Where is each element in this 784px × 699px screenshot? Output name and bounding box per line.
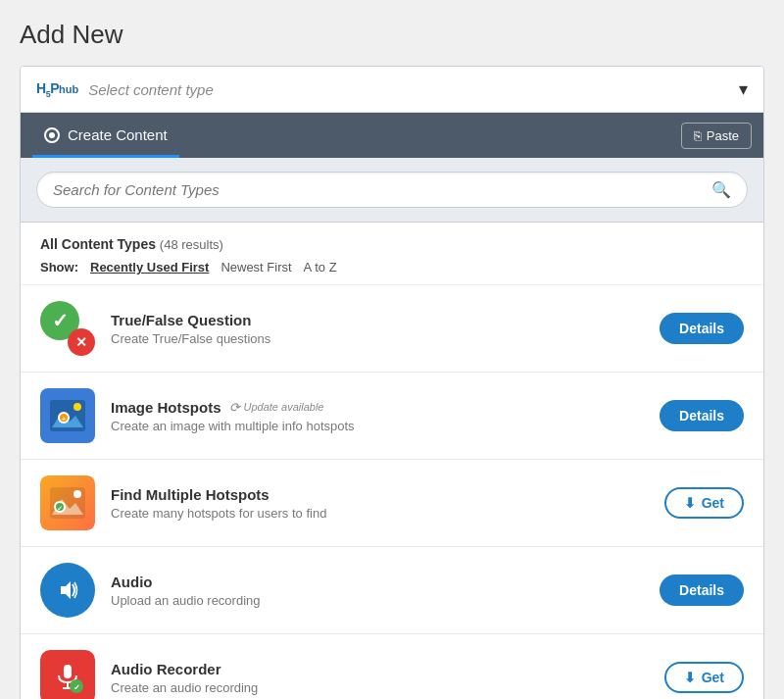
svg-point-2 (74, 403, 81, 411)
item-title: Find Multiple Hotspots (111, 486, 649, 503)
search-input-wrapper: 🔍 (36, 172, 748, 208)
create-content-tab[interactable]: Create Content (32, 113, 179, 158)
svg-text:✓: ✓ (57, 505, 63, 512)
item-desc: Create many hotspots for users to find (111, 506, 649, 521)
item-title: True/False Question (111, 312, 644, 328)
show-label: Show: (40, 260, 78, 275)
details-button-audio[interactable]: Details (660, 574, 744, 606)
item-info-true-false: True/False Question Create True/False qu… (111, 312, 644, 346)
h5p-hub-label: hub (59, 83, 78, 95)
item-info-audio-recorder: Audio Recorder Create an audio recording (111, 661, 649, 695)
item-desc: Create an audio recording (111, 680, 649, 695)
item-info-audio: Audio Upload an audio recording (111, 574, 644, 608)
download-icon: ⬇ (684, 670, 696, 685)
content-items: ✓ ✕ True/False Question Create True/Fals… (21, 285, 763, 699)
results-count: (48 results) (160, 237, 223, 252)
item-desc: Upload an audio recording (111, 593, 644, 608)
list-item: ✓ Audio Recorder Create an audio recordi… (21, 634, 763, 699)
all-content-label: All Content Types (48 results) (40, 236, 744, 252)
paste-icon: ⎘ (694, 128, 702, 143)
audio-icon (40, 563, 95, 618)
item-title: Image Hotspots ⟳ Update available (111, 399, 644, 416)
search-input[interactable] (53, 181, 711, 198)
search-icon: 🔍 (711, 180, 731, 199)
list-item: + Image Hotspots ⟳ Update available Crea… (21, 373, 763, 460)
page-title: Add New (20, 20, 764, 50)
list-item: ✓ ✕ True/False Question Create True/Fals… (21, 285, 763, 373)
sort-a-to-z[interactable]: A to Z (304, 260, 337, 275)
show-row: Show: Recently Used First Newest First A… (40, 260, 744, 275)
list-item: Audio Upload an audio recording Details (21, 547, 763, 634)
find-hotspots-icon: ✓ (40, 475, 95, 530)
item-desc: Create an image with multiple info hotsp… (111, 419, 644, 433)
svg-rect-12 (64, 665, 72, 678)
content-list-area: All Content Types (48 results) Show: Rec… (21, 223, 763, 699)
list-item: ✓ Find Multiple Hotspots Create many hot… (21, 460, 763, 547)
audio-recorder-icon: ✓ (40, 650, 95, 699)
item-desc: Create True/False questions (111, 331, 644, 346)
get-button-find-hotspots[interactable]: ⬇ Get (664, 487, 744, 519)
main-panel: H5P hub Select content type ▾ Create Con… (20, 66, 764, 699)
sort-recently-used[interactable]: Recently Used First (90, 260, 209, 275)
item-info-find-hotspots: Find Multiple Hotspots Create many hotsp… (111, 486, 649, 521)
header-bar: Create Content ⎘ Paste (21, 113, 763, 158)
tab-icon (44, 127, 60, 143)
update-badge: ⟳ Update available (229, 400, 324, 415)
image-hotspots-icon: + (40, 388, 95, 443)
svg-text:+: + (62, 416, 66, 423)
svg-text:✓: ✓ (74, 683, 80, 692)
tab-label: Create Content (68, 126, 168, 143)
get-button-audio-recorder[interactable]: ⬇ Get (664, 662, 744, 693)
h5p-logo: H5P hub (36, 80, 78, 99)
svg-point-7 (74, 490, 81, 498)
content-type-selector[interactable]: H5P hub Select content type ▾ (21, 67, 763, 113)
sort-newest-first[interactable]: Newest First (220, 260, 291, 275)
download-icon: ⬇ (684, 495, 696, 511)
tab-icon-inner (49, 132, 55, 138)
item-title: Audio (111, 574, 644, 590)
item-title: Audio Recorder (111, 661, 649, 677)
details-button-image-hotspots[interactable]: Details (660, 400, 744, 431)
details-button-true-false[interactable]: Details (660, 313, 744, 344)
filter-row: All Content Types (48 results) Show: Rec… (21, 223, 763, 285)
search-bar: 🔍 (21, 158, 763, 223)
true-false-icon: ✓ ✕ (40, 301, 95, 356)
selector-placeholder: Select content type (88, 81, 739, 98)
paste-label: Paste (707, 128, 739, 143)
paste-button[interactable]: ⎘ Paste (681, 123, 752, 149)
item-info-image-hotspots: Image Hotspots ⟳ Update available Create… (111, 399, 644, 433)
update-icon: ⟳ (229, 400, 240, 415)
chevron-down-icon: ▾ (739, 78, 748, 100)
